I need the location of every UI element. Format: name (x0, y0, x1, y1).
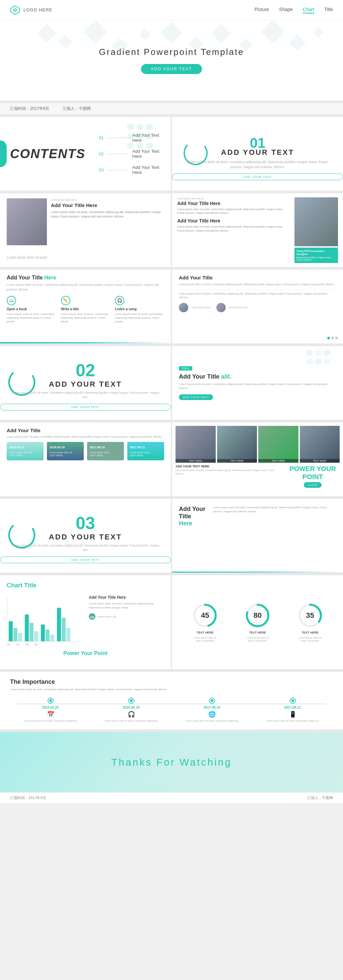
slide-stats: 45 TEXT HERE Lorem ipsum dolor sit amet,… (172, 575, 343, 669)
contents-item-3: 03 Add Your Text Here (99, 165, 161, 175)
slide-thanks: Thanks For Watching 汇报时间：2017年9月 汇报人：千图网 (0, 732, 343, 803)
bar-chart: Jan Feb Mar Apr (7, 595, 82, 646)
bar-2a (25, 614, 29, 641)
bar-2b (30, 623, 33, 641)
stats-content: 45 TEXT HERE Lorem ipsum dolor sit amet,… (172, 575, 343, 669)
icon-grid: 📖 Open a book Lorem ipsum dolor sit amet… (7, 296, 164, 324)
slide-section03: 03 ADD YOUR TEXT Lorem ipsum dolor sit a… (0, 499, 171, 573)
thanks-content: Thanks For Watching (0, 732, 343, 792)
timeline-row: 2015.02.23 📅 Lorem ipsum dolor sit amet,… (10, 698, 333, 723)
header-nav: Picture Shape Chart Title (254, 7, 333, 13)
teal-card: Tiang PITPresentation Designer Maecenas … (294, 248, 338, 263)
profiles-title: Add Your Title (179, 275, 336, 280)
lorem-caption: Lorem ipsum dolor sit amet (7, 256, 164, 259)
slide-photogrid: TEXT HERE TEXT HERE TEXT HERE TEXT HERE (172, 423, 343, 496)
section03-title: ADD YOUR TEXT (0, 533, 171, 541)
timeline-item-2: 2016.05.19 🎧 Lorem ipsum dolor sit amet,… (91, 698, 172, 723)
section03-body: Lorem ipsum dolor sit amet, consetetur a… (0, 543, 171, 552)
addtitle-title: Add Your Title (7, 428, 164, 433)
timeline-item-4: 2017.08.11 📱 Lorem ipsum dolor sit amet,… (252, 698, 333, 723)
slide-left-title: Add Your Title Here Lorem ipsum dolor si… (172, 499, 343, 573)
logo-text: LOGO HERE (24, 7, 52, 13)
section03-btn-wrap: ADD YOUR TEXT (0, 557, 171, 563)
chart-title: Chart Title (7, 582, 164, 589)
timeline-dot-4 (291, 698, 295, 703)
bar-2c (34, 631, 38, 641)
timeline-dot-2 (129, 698, 133, 703)
nav-picture[interactable]: Picture (254, 7, 269, 13)
section02-content: 02 ADD YOUR TEXT Lorem ipsum dolor sit a… (0, 356, 171, 410)
right-photo-1 (294, 197, 338, 246)
contents-title: CONTENTS (10, 147, 86, 161)
dot-3 (335, 337, 338, 339)
timeline-body: Lorem ipsum dolor sit amet, consetetur a… (10, 687, 211, 692)
icon-item-3: 🎧 Listen a song Lorem ipsum dolor sit am… (115, 296, 164, 324)
stat-2: 80 TEXT HERE Lorem ipsum dolor sit amet,… (244, 602, 271, 642)
footer-author: 汇报人：千图网 (307, 795, 333, 800)
power-btn[interactable]: CLICK (304, 482, 322, 488)
bg-hexagons (127, 124, 161, 149)
icons-title: Add Your Title Here (7, 275, 164, 281)
photo-grid-1: TEXT HERE (176, 426, 216, 463)
power-your-point: Power Your Point (7, 650, 164, 656)
footer-bar: 汇报时间：2017年9月 汇报人：千图网 (0, 792, 343, 803)
hero-btn[interactable]: ADD YOUR TEXT (141, 64, 202, 74)
section02-btn[interactable]: ADD YOUR TEXT (0, 404, 171, 410)
photo-person (7, 198, 47, 245)
slide-feature: TOPIC Add Your Title alit. Lorem ipsum d… (172, 346, 343, 420)
addtitle-content: Add Your Title Lorem ipsum dolor sit ame… (0, 423, 171, 496)
thanks-title: Thanks For Watching (111, 757, 232, 768)
row-contents-section01: CONTENTS 01 Add Your Text Here 02 Add Yo… (0, 117, 343, 191)
nav-title[interactable]: Title (324, 7, 333, 13)
bar-group-1 (9, 621, 22, 641)
bar-group-2 (25, 614, 38, 641)
photo-body: Lorem ipsum dolor sit amet, consectetur … (51, 210, 164, 219)
timeline-item-3: 2017.06.10 🌐 Lorem ipsum dolor sit amet,… (172, 698, 252, 723)
row-chart-stats: Chart Title (0, 575, 343, 669)
row-section03-lefttitle: 03 ADD YOUR TEXT Lorem ipsum dolor sit a… (0, 499, 343, 573)
photo-grid-2: TEXT HERE (217, 426, 257, 463)
slide-section01: 01 ADD YOUR TEXT Lorem ipsum dolor sit a… (172, 117, 343, 191)
slide-icons: Add Your Title Here Lorem ipsum dolor si… (0, 270, 171, 344)
section01-btn[interactable]: ADD YOUR TEXT (172, 173, 343, 180)
dot-1 (327, 337, 330, 339)
icon-item-1: 📖 Open a book Lorem ipsum dolor sit amet… (7, 296, 56, 324)
multi-text: Lorem ipsum dolor alit sit Add Your Titl… (177, 197, 291, 263)
bar-1b (13, 628, 17, 641)
multi-body2: Lorem ipsum dolor sit amet, consectetur … (177, 225, 291, 232)
card-1: 2015.02.23 Lorem ipsum dolor sit TEXT HE… (7, 442, 44, 460)
multi-title2: Add Your Title Here (177, 218, 291, 223)
bottom-teal (172, 571, 343, 573)
bar-1a (9, 621, 13, 641)
row-addtitle-photogrid: Add Your Title Lorem ipsum dolor sit ame… (0, 423, 343, 496)
photo-bottom: ADD YOUR TEXT HERE Lorem ipsum dolor sit… (176, 465, 340, 488)
slide-section02: 02 ADD YOUR TEXT Lorem ipsum dolor sit a… (0, 346, 171, 420)
report-date: 汇报时间：2017年9月 (10, 106, 49, 111)
stat-circle-3: 35 (297, 602, 324, 629)
timeline-line (17, 703, 326, 704)
slide-addtitle: Add Your Title Lorem ipsum dolor sit ame… (0, 423, 171, 496)
photo-grid-3: TEXT HERE (258, 426, 299, 463)
slide-timeline: The Importance Lorem ipsum dolor sit ame… (0, 672, 343, 729)
section03-content: 03 ADD YOUR TEXT Lorem ipsum dolor sit a… (0, 509, 171, 563)
dot-2 (331, 337, 334, 339)
header: LOGO HERE Picture Shape Chart Title (0, 0, 343, 20)
stat-3: 35 TEXT HERE Lorem ipsum dolor sit amet,… (297, 602, 324, 642)
photo-text-content: Lorem ipsum dolor alit sit Add Your Titl… (51, 198, 164, 245)
timeline-icon-1: 📅 (47, 711, 54, 718)
avatar-2 (216, 303, 226, 312)
photo-main-title: Add Your Title Here (51, 202, 164, 208)
nav-chart[interactable]: Chart (303, 7, 314, 13)
section03-btn[interactable]: ADD YOUR TEXT (0, 557, 171, 563)
nav-shape[interactable]: Shape (279, 7, 292, 13)
power-text: POWER YOUR POINT CLICK (286, 465, 340, 488)
logo-icon (10, 5, 20, 15)
timeline-item-1: 2015.02.23 📅 Lorem ipsum dolor sit amet,… (10, 698, 91, 723)
feature-btn[interactable]: ADD YOUR TEXT (179, 395, 213, 400)
profiles-body: Lorem ipsum dolor sit amet, consetetur a… (179, 282, 336, 286)
teal-arc (0, 140, 7, 167)
hero-shapes (0, 20, 343, 100)
divider (179, 290, 336, 290)
svg-marker-1 (13, 8, 17, 13)
feature-title: Add Your Title alit. (179, 373, 336, 380)
